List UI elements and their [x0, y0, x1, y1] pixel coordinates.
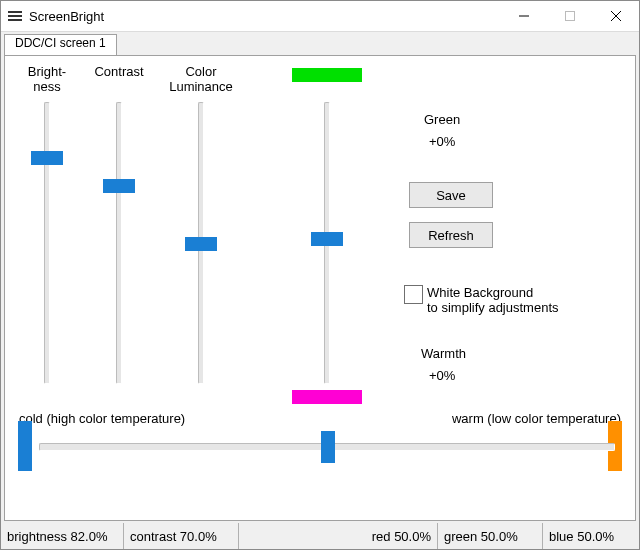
warm-label: warm (low color temperature) — [452, 411, 621, 426]
luminance-slider[interactable] — [198, 102, 204, 384]
svg-rect-4 — [566, 12, 575, 21]
whitebg-checkbox[interactable] — [404, 285, 423, 304]
contrast-label: Contrast — [89, 64, 149, 96]
magenta-swatch — [292, 390, 362, 404]
status-green: green 50.0% — [437, 523, 542, 549]
svg-rect-1 — [8, 15, 22, 17]
titlebar: ScreenBright — [1, 1, 639, 32]
brightness-thumb[interactable] — [31, 151, 63, 165]
contrast-thumb[interactable] — [103, 179, 135, 193]
cold-label: cold (high color temperature) — [19, 411, 185, 426]
contrast-slider[interactable] — [116, 102, 122, 384]
green-label: Green — [424, 112, 460, 127]
window-buttons — [501, 1, 639, 31]
green-thumb[interactable] — [311, 232, 343, 246]
luminance-label: Color Luminance — [161, 64, 241, 96]
brightness-label: Bright- ness — [17, 64, 77, 96]
green-value: +0% — [429, 134, 455, 149]
status-bar: brightness 82.0% contrast 70.0% red 50.0… — [1, 523, 639, 549]
status-contrast: contrast 70.0% — [123, 523, 238, 549]
app-title: ScreenBright — [29, 9, 104, 24]
whitebg-label-line2: to simplify adjustments — [427, 300, 559, 315]
whitebg-checkbox-row: White Background to simplify adjustments — [404, 285, 559, 315]
green-slider[interactable] — [324, 102, 330, 384]
contrast-slider-group: Contrast — [89, 64, 149, 384]
luminance-slider-group: Color Luminance — [161, 64, 241, 384]
cold-endcap — [18, 421, 32, 471]
app-icon — [7, 8, 23, 24]
tab-strip: DDC/CI screen 1 — [1, 34, 639, 56]
close-button[interactable] — [593, 1, 639, 31]
green-slider-group — [292, 64, 362, 384]
warmth-slider[interactable] — [39, 443, 615, 451]
tab-screen1[interactable]: DDC/CI screen 1 — [4, 34, 117, 57]
status-red: red 50.0% — [238, 523, 437, 549]
warmth-value: +0% — [429, 368, 455, 383]
brightness-slider[interactable] — [44, 102, 50, 384]
maximize-button[interactable] — [547, 1, 593, 31]
save-button[interactable]: Save — [409, 182, 493, 208]
svg-rect-2 — [8, 19, 22, 21]
luminance-thumb[interactable] — [185, 237, 217, 251]
status-blue: blue 50.0% — [542, 523, 639, 549]
refresh-button[interactable]: Refresh — [409, 222, 493, 248]
brightness-slider-group: Bright- ness — [17, 64, 77, 384]
status-brightness: brightness 82.0% — [1, 523, 123, 549]
tab-body: Bright- ness Contrast Color Luminance — [4, 55, 636, 521]
warmth-label: Warmth — [421, 346, 466, 361]
whitebg-label-line1: White Background — [427, 285, 559, 300]
minimize-button[interactable] — [501, 1, 547, 31]
svg-rect-0 — [8, 11, 22, 13]
app-window: ScreenBright DDC/CI screen 1 Bright- nes… — [0, 0, 640, 550]
whitebg-label: White Background to simplify adjustments — [427, 285, 559, 315]
green-slider-spacer — [292, 64, 362, 96]
warmth-thumb[interactable] — [321, 431, 335, 463]
